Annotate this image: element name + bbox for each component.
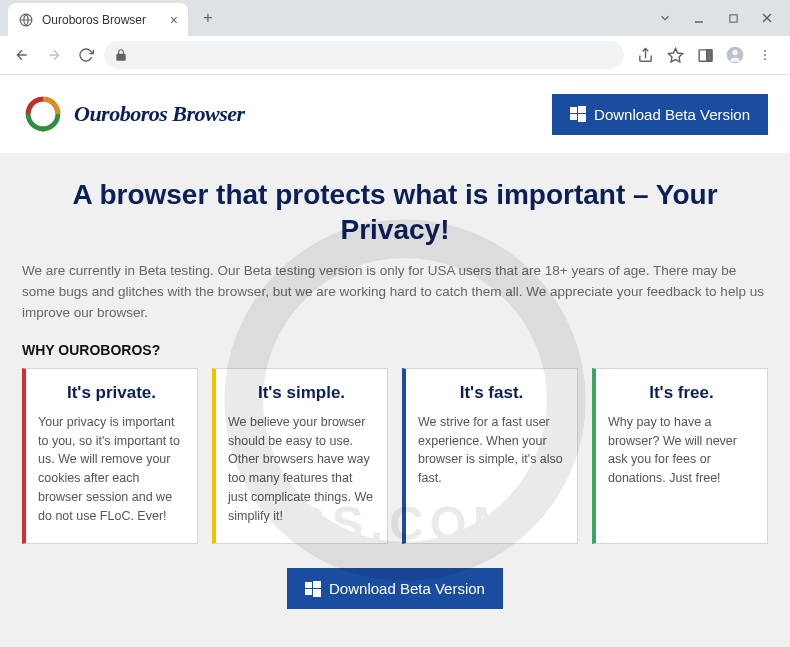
windows-logo-icon [570,106,586,122]
close-window-button[interactable] [752,6,782,30]
card-title: It's simple. [228,383,375,403]
page-title: A browser that protects what is importan… [22,177,768,247]
maximize-button[interactable] [718,6,748,30]
globe-icon [18,12,34,28]
card-body: We strive for a fast user experience. Wh… [418,413,565,488]
minimize-button[interactable] [684,6,714,30]
back-button[interactable] [8,41,36,69]
page-viewport[interactable]: RS.COM Ouroboros Browser Download Beta V… [0,75,790,647]
card-title: It's free. [608,383,755,403]
svg-marker-5 [668,48,682,61]
svg-rect-21 [578,114,586,122]
toolbar [0,36,790,74]
svg-point-13 [764,58,766,60]
svg-point-12 [764,54,766,56]
browser-chrome: Ouroboros Browser × + [0,0,790,75]
svg-rect-18 [570,107,577,113]
card-fast: It's fast. We strive for a fast user exp… [402,368,578,545]
address-bar[interactable] [104,41,624,69]
section-heading: WHY OUROBOROS? [0,342,790,368]
side-panel-icon[interactable] [694,44,716,66]
card-body: We believe your browser should be easy t… [228,413,375,526]
card-body: Why pay to have a browser? We will never… [608,413,755,488]
window-controls [650,6,790,30]
close-tab-icon[interactable]: × [170,12,178,28]
card-body: Your privacy is important to you, so it'… [38,413,185,526]
card-simple: It's simple. We believe your browser sho… [212,368,388,545]
lock-icon [114,48,128,62]
reload-button[interactable] [72,41,100,69]
download-button-main[interactable]: Download Beta Version [287,568,503,609]
download-button-label: Download Beta Version [594,106,750,123]
cta-row: Download Beta Version [0,568,790,637]
toolbar-right-icons [628,44,782,66]
svg-rect-24 [305,589,312,595]
svg-point-10 [732,50,737,55]
hero-section: A browser that protects what is importan… [0,153,790,342]
svg-rect-19 [578,106,586,113]
brand: Ouroboros Browser [22,93,245,135]
kebab-menu-icon[interactable] [754,44,776,66]
svg-rect-22 [305,582,312,588]
chevron-down-icon[interactable] [650,6,680,30]
bookmark-star-icon[interactable] [664,44,686,66]
card-private: It's private. Your privacy is important … [22,368,198,545]
svg-rect-20 [570,114,577,120]
svg-rect-8 [706,49,711,60]
card-free: It's free. Why pay to have a browser? We… [592,368,768,545]
svg-point-17 [40,126,45,131]
svg-rect-2 [729,14,736,21]
new-tab-button[interactable]: + [194,4,222,32]
card-title: It's private. [38,383,185,403]
site-header: Ouroboros Browser Download Beta Version [0,75,790,153]
hero-body: We are currently in Beta testing. Our Be… [22,261,768,324]
browser-tab[interactable]: Ouroboros Browser × [8,3,188,37]
download-button-label: Download Beta Version [329,580,485,597]
forward-button[interactable] [40,41,68,69]
svg-rect-23 [313,581,321,588]
tab-strip: Ouroboros Browser × + [0,0,790,36]
share-icon[interactable] [634,44,656,66]
brand-name: Ouroboros Browser [74,101,245,127]
windows-logo-icon [305,581,321,597]
svg-point-11 [764,50,766,52]
feature-cards: It's private. Your privacy is important … [0,368,790,569]
tab-title: Ouroboros Browser [42,13,146,27]
download-button-header[interactable]: Download Beta Version [552,94,768,135]
ouroboros-logo-icon [22,93,64,135]
svg-rect-25 [313,589,321,597]
card-title: It's fast. [418,383,565,403]
page-content: RS.COM Ouroboros Browser Download Beta V… [0,75,790,647]
profile-avatar-icon[interactable] [724,44,746,66]
